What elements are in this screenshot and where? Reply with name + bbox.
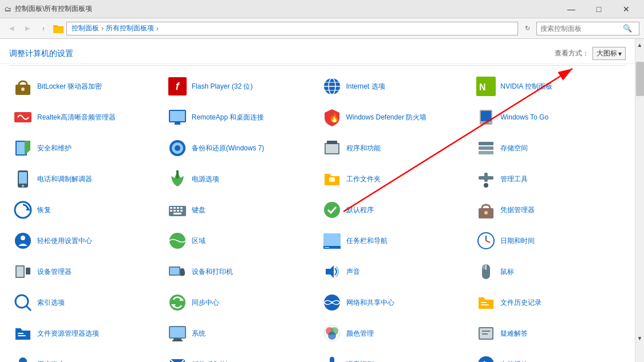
control-item-useraccount[interactable]: 用户账户 bbox=[9, 349, 163, 362]
svg-rect-82 bbox=[481, 302, 487, 303]
control-item-network[interactable]: 网络和共享中心 bbox=[318, 288, 472, 317]
control-item-internet[interactable]: Internet 选项 bbox=[318, 71, 472, 101]
taskbar-label: 任务栏和导航 bbox=[346, 236, 388, 246]
programs-label: 程序和功能 bbox=[346, 144, 381, 153]
control-item-bitlocker[interactable]: BitLocker 驱动器加密 bbox=[9, 71, 163, 101]
control-item-mail[interactable]: 邮件 (32 位) bbox=[164, 349, 317, 362]
control-item-backup[interactable]: 备份和还原(Windows 7) bbox=[164, 133, 317, 163]
control-item-phone[interactable]: 电话和调制解调器 bbox=[9, 164, 163, 194]
svg-point-103 bbox=[478, 356, 494, 362]
control-item-windowstogo[interactable]: Windows To Go bbox=[472, 102, 626, 132]
datetime-label: 日期和时间 bbox=[500, 236, 535, 246]
control-item-filemanager[interactable]: 文件资源管理器选项 bbox=[9, 319, 163, 348]
svg-rect-48 bbox=[170, 210, 172, 212]
scroll-thumb[interactable] bbox=[636, 62, 644, 96]
control-item-keyboard[interactable]: 键盘 bbox=[164, 195, 317, 225]
svg-point-35 bbox=[22, 185, 24, 187]
storage-icon bbox=[476, 138, 496, 158]
folder-icon bbox=[53, 23, 64, 34]
address-path[interactable]: 控制面板 › 所有控制面板项 › bbox=[66, 22, 518, 35]
svg-rect-50 bbox=[177, 210, 179, 212]
system-label: 系统 bbox=[192, 329, 206, 339]
control-item-storage[interactable]: 存储空间 bbox=[472, 133, 626, 163]
control-item-sync[interactable]: 同步中心 bbox=[164, 288, 317, 317]
control-item-system[interactable]: 系统 bbox=[164, 319, 317, 348]
control-item-defaults[interactable]: 默认程序 bbox=[318, 195, 472, 225]
control-item-index[interactable]: 索引选项 bbox=[9, 288, 163, 317]
control-item-datetime[interactable]: 日期和时间 bbox=[472, 226, 626, 256]
control-item-ease[interactable]: 轻松使用设置中心 bbox=[9, 226, 163, 256]
title-bar-controls: — □ ✕ bbox=[558, 0, 639, 18]
search-input[interactable] bbox=[540, 25, 621, 33]
control-item-recovery[interactable]: 恢复 bbox=[9, 195, 163, 225]
svg-rect-34 bbox=[19, 172, 27, 184]
maximize-button[interactable]: □ bbox=[586, 0, 612, 18]
realtek-label: Realtek高清晰音频管理器 bbox=[37, 113, 116, 122]
svg-rect-85 bbox=[18, 335, 26, 336]
useraccount-icon bbox=[13, 355, 33, 362]
realtek-icon bbox=[13, 108, 33, 127]
control-item-sound[interactable]: 声音 bbox=[318, 257, 472, 287]
admin-icon bbox=[476, 169, 496, 189]
control-item-admin[interactable]: 管理工具 bbox=[472, 164, 626, 194]
scroll-up-button[interactable]: ▲ bbox=[635, 39, 644, 50]
svg-rect-88 bbox=[173, 339, 181, 340]
power-label: 电源选项 bbox=[192, 174, 219, 184]
control-item-speech[interactable]: 语音识别 bbox=[318, 349, 472, 362]
control-item-flash[interactable]: fFlash Player (32 位) bbox=[164, 71, 317, 101]
minimize-button[interactable]: — bbox=[558, 0, 584, 18]
control-item-programs[interactable]: 程序和功能 bbox=[318, 133, 472, 163]
device-label: 设备管理器 bbox=[37, 267, 72, 277]
control-item-remoteapp[interactable]: RemoteApp 和桌面连接 bbox=[164, 102, 317, 132]
admin-label: 管理工具 bbox=[500, 174, 528, 184]
up-button[interactable]: ↑ bbox=[37, 22, 50, 35]
control-item-defender[interactable]: 🔥Windows Defender 防火墙 bbox=[318, 102, 472, 132]
control-item-realtek[interactable]: Realtek高清晰音频管理器 bbox=[9, 102, 163, 132]
control-item-autoplay[interactable]: 自动播放 bbox=[472, 349, 626, 362]
scrollbar[interactable]: ▲ ▼ bbox=[635, 39, 644, 362]
forward-button[interactable]: ▶ bbox=[21, 22, 34, 35]
svg-line-76 bbox=[26, 306, 31, 311]
control-item-mouse[interactable]: 鼠标 bbox=[472, 257, 626, 287]
svg-rect-31 bbox=[479, 146, 493, 150]
close-button[interactable]: ✕ bbox=[613, 0, 639, 18]
svg-point-75 bbox=[15, 295, 28, 308]
control-item-workfolders[interactable]: 工作文件夹 bbox=[318, 164, 472, 194]
scroll-down-button[interactable]: ▼ bbox=[635, 332, 644, 344]
control-item-filehistory[interactable]: 文件历史记录 bbox=[472, 288, 626, 317]
control-item-power[interactable]: 电源选项 bbox=[164, 164, 317, 194]
devices-label: 设备和打印机 bbox=[192, 267, 233, 277]
control-item-credentials[interactable]: 凭据管理器 bbox=[472, 195, 626, 225]
sync-icon bbox=[168, 293, 187, 312]
title-bar-left: 🗂 控制面板\所有控制面板项 bbox=[5, 4, 92, 14]
svg-rect-30 bbox=[479, 142, 493, 145]
internet-icon bbox=[322, 77, 342, 96]
taskbar-icon bbox=[322, 231, 342, 250]
svg-rect-16 bbox=[175, 122, 180, 125]
svg-rect-74 bbox=[483, 265, 485, 269]
backup-icon bbox=[168, 138, 187, 158]
control-item-device[interactable]: 设备管理器 bbox=[9, 257, 163, 287]
control-item-taskbar[interactable]: 任务栏和导航 bbox=[318, 226, 472, 256]
back-button[interactable]: ◀ bbox=[5, 22, 18, 35]
control-item-devices[interactable]: 设备和打印机 bbox=[164, 257, 317, 287]
internet-label: Internet 选项 bbox=[346, 82, 385, 92]
svg-rect-39 bbox=[484, 173, 488, 182]
svg-rect-68 bbox=[26, 268, 30, 275]
control-item-security[interactable]: 安全和维护 bbox=[9, 133, 163, 163]
page-wrapper: 🗂 控制面板\所有控制面板项 — □ ✕ ◀ ▶ ↑ 控制面板 › 所有控制面板… bbox=[0, 0, 644, 362]
refresh-button[interactable]: ↻ bbox=[520, 22, 534, 35]
speech-label: 语音识别 bbox=[346, 360, 374, 362]
control-item-nvidia[interactable]: NNVIDIA 控制面板 bbox=[472, 71, 626, 101]
control-item-region[interactable]: 区域 bbox=[164, 226, 317, 256]
control-item-troubleshoot[interactable]: 疑难解答 bbox=[472, 319, 626, 348]
search-icon: 🔍 bbox=[623, 24, 632, 33]
window-icon: 🗂 bbox=[5, 5, 11, 13]
main-container: 调整计算机的设置 查看方式： 大图标 ▾ BitLocker 驱动器加密fFla… bbox=[0, 39, 644, 362]
autoplay-label: 自动播放 bbox=[500, 360, 528, 362]
search-box: 🔍 bbox=[536, 22, 639, 35]
mouse-icon bbox=[476, 262, 496, 281]
view-mode-button[interactable]: 大图标 ▾ bbox=[592, 47, 626, 60]
nvidia-icon: N bbox=[476, 77, 496, 96]
control-item-color[interactable]: 颜色管理 bbox=[318, 319, 472, 348]
